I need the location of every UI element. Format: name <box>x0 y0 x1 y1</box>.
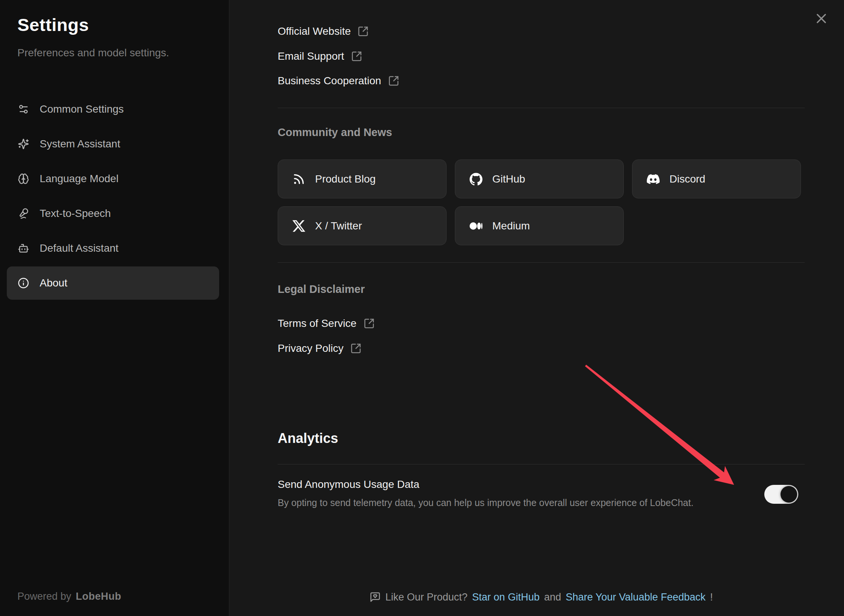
info-icon <box>18 277 29 289</box>
sidebar-item-about[interactable]: About <box>7 266 219 300</box>
link-label: Business Cooperation <box>278 75 381 87</box>
button-label: Discord <box>669 173 705 185</box>
sidebar-item-common-settings[interactable]: Common Settings <box>7 93 219 126</box>
external-link-icon <box>363 318 375 329</box>
sidebar-item-label: Common Settings <box>40 103 124 115</box>
footer-text: and <box>544 591 561 603</box>
external-link-icon <box>350 343 362 354</box>
settings-menu: Common Settings System Assistant Languag… <box>7 93 219 301</box>
business-cooperation-link[interactable]: Business Cooperation <box>278 73 399 88</box>
sidebar-item-label: About <box>40 277 67 289</box>
product-blog-button[interactable]: Product Blog <box>278 159 447 198</box>
bot-icon <box>18 243 29 254</box>
sidebar-item-system-assistant[interactable]: System Assistant <box>7 127 219 161</box>
sparkles-icon <box>18 138 29 150</box>
toggle-knob <box>781 486 797 503</box>
lobehub-logo[interactable]: LobeHub <box>76 591 121 602</box>
link-label: Email Support <box>278 50 344 62</box>
link-label: Terms of Service <box>278 317 357 330</box>
about-panel: Contact Us Official Website Email Suppor… <box>229 0 844 616</box>
sidebar-item-label: Text-to-Speech <box>40 207 111 220</box>
contact-us-title: Contact Us <box>278 0 335 4</box>
brain-icon <box>18 173 29 184</box>
settings-sidebar: Settings Preferences and model settings.… <box>0 0 229 616</box>
external-link-icon <box>351 51 362 62</box>
settings-modal: Settings Preferences and model settings.… <box>0 0 844 616</box>
external-link-icon <box>357 26 369 37</box>
powered-by-text: Powered by <box>17 591 71 602</box>
telemetry-toggle[interactable] <box>764 485 798 504</box>
section-divider <box>278 108 805 108</box>
sidebar-item-language-model[interactable]: Language Model <box>7 162 219 195</box>
email-support-link[interactable]: Email Support <box>278 49 362 64</box>
official-website-link[interactable]: Official Website <box>278 24 369 39</box>
sidebar-item-label: Language Model <box>40 173 119 185</box>
x-twitter-icon <box>292 220 305 232</box>
button-label: GitHub <box>492 173 525 185</box>
message-square-heart-icon <box>369 591 381 603</box>
medium-button[interactable]: Medium <box>455 206 624 245</box>
link-label: Official Website <box>278 25 351 37</box>
sliders-icon <box>18 104 29 115</box>
legal-title: Legal Disclaimer <box>278 282 365 297</box>
community-buttons: Product Blog GitHub Discord <box>278 159 801 245</box>
sidebar-item-text-to-speech[interactable]: Text-to-Speech <box>7 197 219 230</box>
sidebar-item-default-assistant[interactable]: Default Assistant <box>7 232 219 265</box>
telemetry-setting-description: By opting to send telemetry data, you ca… <box>278 496 694 509</box>
settings-title: Settings <box>17 14 89 35</box>
settings-subtitle: Preferences and model settings. <box>17 47 169 59</box>
section-divider <box>278 464 805 464</box>
close-button[interactable] <box>813 11 829 26</box>
rss-icon <box>292 173 305 186</box>
link-label: Privacy Policy <box>278 342 343 354</box>
discord-icon <box>647 173 660 186</box>
button-label: X / Twitter <box>315 220 362 232</box>
privacy-policy-link[interactable]: Privacy Policy <box>278 341 362 356</box>
medium-icon <box>470 220 482 232</box>
footer-text: Like Our Product? <box>385 591 468 603</box>
analytics-title: Analytics <box>278 429 338 447</box>
terms-of-service-link[interactable]: Terms of Service <box>278 316 375 331</box>
telemetry-setting-label: Send Anonymous Usage Data <box>278 477 419 492</box>
section-divider <box>278 262 805 263</box>
close-icon <box>813 11 829 26</box>
feedback-footer: Like Our Product? Star on GitHub and Sha… <box>278 589 805 605</box>
mic-icon <box>18 208 29 219</box>
share-feedback-link[interactable]: Share Your Valuable Feedback <box>566 591 705 603</box>
community-title: Community and News <box>278 125 392 140</box>
button-label: Medium <box>492 220 530 232</box>
sidebar-item-label: System Assistant <box>40 138 120 150</box>
button-label: Product Blog <box>315 173 376 185</box>
sidebar-item-label: Default Assistant <box>40 242 119 254</box>
star-on-github-link[interactable]: Star on GitHub <box>472 591 540 603</box>
x-twitter-button[interactable]: X / Twitter <box>278 206 447 245</box>
github-button[interactable]: GitHub <box>455 159 624 198</box>
github-icon <box>470 173 482 186</box>
external-link-icon <box>388 75 399 87</box>
footer-text: ! <box>710 591 713 603</box>
discord-button[interactable]: Discord <box>632 159 801 198</box>
powered-by: Powered by LobeHub <box>17 589 121 604</box>
